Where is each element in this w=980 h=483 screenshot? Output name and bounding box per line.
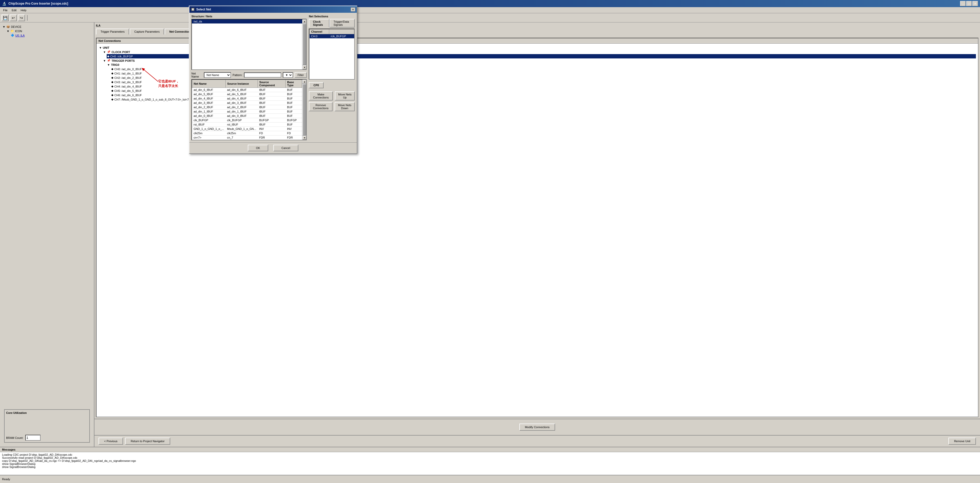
tree-ch4-ad4-label: CH4: /ad_din_4_IBUF bbox=[115, 85, 142, 88]
net-selection-tabs: Clock Signals Trigger/Data Signals bbox=[309, 19, 355, 27]
net-cell-source_inst-0: ad_din_6_IBUF bbox=[226, 88, 258, 92]
tree-ila[interactable]: 🔷 U0: ILA bbox=[10, 33, 92, 38]
net-table-scroll-thumb[interactable] bbox=[302, 84, 306, 136]
minimize-btn[interactable]: _ bbox=[960, 1, 966, 6]
net-table-row-10[interactable]: clk25mclk25mFDFD bbox=[192, 131, 302, 135]
col-net-name: Net Name bbox=[192, 80, 226, 88]
net-table-row-3[interactable]: ad_din_3_IBUFad_din_3_IBUFIBUFBUF bbox=[192, 101, 302, 105]
net-table-row-5[interactable]: ad_din_1_IBUFad_din_1_IBUFIBUFBUF bbox=[192, 110, 302, 114]
structure-nets-label: Structure / Nets bbox=[191, 15, 307, 18]
tree-ch7-gnd-label: CH7: /Msub_GND_1_o_GND_1_o_sub_8_OUT<7:0… bbox=[115, 98, 190, 101]
toolbar: 💾 ↩ ↪ bbox=[0, 13, 980, 22]
net-cell-net_name-5: ad_din_1_IBUF bbox=[192, 110, 226, 114]
nav-left: < Previous Return to Project Navigator bbox=[99, 438, 170, 445]
structure-item-ad-da[interactable]: /ad_da bbox=[192, 19, 302, 24]
tree-device-icon: 📦 bbox=[6, 25, 10, 28]
net-table-row-11[interactable]: cn<7>cn_7FDRFDR bbox=[192, 135, 302, 140]
msg-line-4: show SignalBrowserDialog bbox=[2, 466, 978, 469]
redo-btn[interactable]: ↪ bbox=[18, 14, 25, 21]
struct-scroll-up[interactable]: ▲ bbox=[302, 19, 307, 24]
col-source-inst: Source Instance bbox=[226, 80, 258, 88]
net-cell-source_comp-10: FD bbox=[258, 131, 285, 135]
tree-trigger-ports-label: TRIGGER PORTS bbox=[111, 59, 135, 62]
ch0-clk-icon: ◆ bbox=[107, 55, 109, 58]
net-cell-source_comp-11: FDR bbox=[258, 135, 285, 140]
menu-help[interactable]: Help bbox=[19, 8, 29, 12]
move-nets-up-btn[interactable]: Move Nets Up bbox=[335, 91, 355, 100]
net-table-row-8[interactable]: rst_IBUFrst_IBUFIBUFBUF bbox=[192, 122, 302, 127]
tree-ch6-ad6-label: CH6: /ad_din_6_IBUF bbox=[115, 94, 142, 97]
struct-scroll-thumb[interactable] bbox=[302, 24, 306, 65]
pattern-dropdown[interactable]: ▼ bbox=[283, 72, 293, 78]
tab-trigger-data-signals[interactable]: Trigger/Data Signals bbox=[329, 19, 355, 27]
core-util-title: Core Utilization bbox=[6, 411, 88, 415]
bottom-bar: Modify Connections bbox=[94, 419, 980, 435]
maximize-btn[interactable]: □ bbox=[966, 1, 972, 6]
net-cell-base_type-2: BUF bbox=[286, 97, 302, 101]
dialog-title: Select Net bbox=[196, 8, 211, 11]
net-table-inner[interactable]: Net Name Source Instance Source Componen… bbox=[192, 79, 302, 140]
cp0-btn[interactable]: CP0 bbox=[309, 82, 323, 88]
remove-unit-btn[interactable]: Remove Unit bbox=[948, 438, 976, 445]
col-source-comp: Source Component bbox=[258, 80, 285, 88]
main-window: 🔬 ChipScope Pro Core Inserter [scope.cdc… bbox=[0, 0, 980, 483]
net-cell-source_inst-8: rst_IBUF bbox=[226, 122, 258, 127]
net-table-scrollbar[interactable]: ▲ ▼ bbox=[302, 79, 306, 140]
tree-icon[interactable]: ▼ 📁 ICON bbox=[6, 29, 92, 33]
undo-btn[interactable]: ↩ bbox=[10, 14, 17, 21]
tree-icon-expand: ▼ bbox=[6, 30, 10, 33]
close-btn[interactable]: ✕ bbox=[972, 1, 978, 6]
save-btn[interactable]: 💾 bbox=[2, 14, 9, 21]
net-name-dropdown[interactable]: Net Name bbox=[204, 72, 231, 78]
net-table-row-0[interactable]: ad_din_6_IBUFad_din_6_IBUFIBUFBUF bbox=[192, 88, 302, 92]
net-table-row-6[interactable]: ad_din_0_IBUFad_din_0_IBUFIBUFBUF bbox=[192, 114, 302, 118]
tab-trigger-params[interactable]: Trigger Parameters bbox=[96, 29, 129, 35]
tree-ch0-clk-label: CH0: /clk_BUFGP bbox=[110, 55, 133, 58]
make-connections-btn[interactable]: Make Connections bbox=[309, 91, 333, 100]
structure-list-inner[interactable]: /ad_da bbox=[192, 19, 302, 69]
col-base-type: Base Type bbox=[286, 80, 302, 88]
menu-file[interactable]: File bbox=[1, 8, 10, 12]
move-nets-down-btn[interactable]: Move Nets Down bbox=[334, 102, 355, 111]
dialog-columns: Structure / Nets /ad_da ▲ ▼ Net N bbox=[191, 15, 355, 140]
net-cell-source_inst-3: ad_din_3_IBUF bbox=[226, 101, 258, 105]
dialog-footer: OK Cancel bbox=[189, 142, 357, 153]
modify-connections-btn[interactable]: Modify Connections bbox=[519, 424, 555, 431]
bram-input[interactable] bbox=[25, 435, 41, 441]
tab-capture-params[interactable]: Capture Parameters bbox=[130, 29, 164, 35]
net-selections-label: Net Selections bbox=[309, 15, 355, 18]
structure-list-box: /ad_da ▲ ▼ bbox=[191, 19, 307, 70]
structure-scrollbar[interactable]: ▲ ▼ bbox=[302, 19, 306, 69]
net-table-row-7[interactable]: clk_BUFGPclk_BUFGPBUFGPBUFGP bbox=[192, 118, 302, 122]
net-table-row-9[interactable]: GND_1_o_GND_1_o_...Msub_GND_1_o_GN...INV… bbox=[192, 127, 302, 131]
net-table-row-4[interactable]: ad_din_2_IBUFad_din_2_IBUFIBUFBUF bbox=[192, 105, 302, 110]
pattern-input[interactable] bbox=[244, 73, 281, 78]
net-table-row-1[interactable]: ad_din_5_IBUFad_din_5_IBUFIBUFBUF bbox=[192, 92, 302, 97]
net-cell-base_type-9: INV bbox=[286, 127, 302, 131]
cancel-btn[interactable]: Cancel bbox=[273, 145, 298, 151]
menu-edit[interactable]: Edit bbox=[10, 8, 19, 12]
net-cell-source_comp-6: IBUF bbox=[258, 114, 285, 118]
net-cell-source_inst-11: cn_7 bbox=[226, 135, 258, 140]
ok-btn[interactable]: OK bbox=[248, 145, 268, 151]
tab-clock-signals[interactable]: Clock Signals bbox=[309, 19, 329, 27]
filter-btn[interactable]: Filter bbox=[294, 72, 307, 78]
net-cell-source_comp-8: IBUF bbox=[258, 122, 285, 127]
ch6-ad6-icon: ◆ bbox=[111, 94, 113, 97]
net-table-scroll-down[interactable]: ▼ bbox=[302, 136, 307, 140]
net-cell-base_type-6: BUF bbox=[286, 114, 302, 118]
net-table-scroll-up[interactable]: ▲ bbox=[302, 79, 307, 84]
channel-row-0[interactable]: CH:0 /clk_BUFGP bbox=[310, 34, 354, 38]
dialog-close-btn[interactable]: ✕ bbox=[351, 7, 355, 11]
net-cell-net_name-11: cn<7> bbox=[192, 135, 226, 140]
previous-btn[interactable]: < Previous bbox=[99, 438, 123, 445]
net-cell-base_type-3: BUF bbox=[286, 101, 302, 105]
app-icon: 🔬 bbox=[2, 2, 6, 6]
net-cell-net_name-3: ad_din_3_IBUF bbox=[192, 101, 226, 105]
net-table-row-2[interactable]: ad_din_4_IBUFad_din_4_IBUFIBUFBUF bbox=[192, 97, 302, 101]
struct-scroll-down[interactable]: ▼ bbox=[302, 65, 307, 69]
tree-device[interactable]: ▼ 📦 DEVICE bbox=[2, 24, 92, 29]
remove-connections-btn[interactable]: Remove Connections bbox=[309, 102, 332, 111]
net-cell-base_type-0: BUF bbox=[286, 88, 302, 92]
return-to-project-btn[interactable]: Return to Project Navigator bbox=[125, 438, 170, 445]
